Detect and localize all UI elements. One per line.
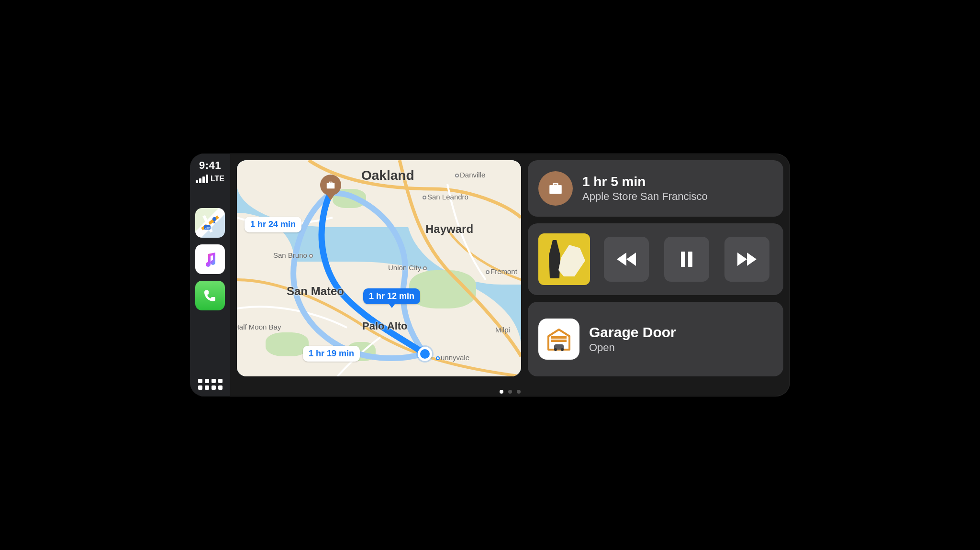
svg-point-3 (212, 217, 216, 221)
home-accessory-card[interactable]: Garage Door Open (528, 302, 783, 376)
phone-icon (200, 286, 220, 306)
svg-point-8 (554, 348, 557, 351)
dashboard-main: Oakland Hayward San Mateo Palo Alto Danv… (230, 154, 790, 396)
page-dot[interactable] (517, 390, 521, 394)
destination-eta: 1 hr 5 min (582, 174, 708, 189)
status-network: LTE (196, 175, 224, 183)
network-label: LTE (211, 175, 224, 183)
destination-card[interactable]: 1 hr 5 min Apple Store San Francisco (528, 160, 783, 217)
pause-button[interactable] (664, 237, 709, 282)
widgets-column: 1 hr 5 min Apple Store San Francisco (528, 160, 783, 393)
page-indicator[interactable] (230, 390, 790, 394)
signal-bars-icon (196, 175, 208, 183)
rewind-icon (615, 248, 638, 271)
accessory-state: Open (589, 341, 676, 354)
svg-rect-5 (688, 252, 692, 267)
page-dot[interactable] (508, 390, 512, 394)
app-grid-icon (198, 379, 223, 390)
page-dot[interactable] (500, 390, 503, 394)
map-roads (237, 160, 521, 376)
route-time-pill[interactable]: 1 hr 19 min (303, 346, 360, 362)
app-grid-button[interactable] (190, 379, 230, 390)
forward-icon (735, 248, 758, 271)
briefcase-icon (538, 171, 573, 206)
destination-name: Apple Store San Francisco (582, 190, 708, 203)
svg-rect-6 (551, 336, 567, 339)
forward-button[interactable] (724, 237, 769, 282)
briefcase-icon (325, 180, 336, 190)
maps-app-icon[interactable]: 280 (195, 208, 225, 238)
garage-icon (538, 319, 579, 360)
route-time-pill[interactable]: 1 hr 24 min (245, 217, 301, 232)
current-location-dot (418, 347, 432, 361)
svg-point-9 (561, 348, 564, 351)
music-icon (200, 249, 220, 269)
album-art[interactable] (538, 233, 590, 285)
now-playing-card (528, 223, 783, 295)
status-time: 9:41 (199, 159, 221, 172)
svg-text:280: 280 (205, 226, 210, 229)
maps-icon: 280 (200, 213, 220, 233)
map-widget[interactable]: Oakland Hayward San Mateo Palo Alto Danv… (237, 160, 521, 376)
sidebar: 9:41 LTE 280 (190, 154, 230, 396)
music-app-icon[interactable] (195, 244, 225, 274)
svg-rect-4 (681, 252, 685, 267)
pause-icon (675, 248, 698, 271)
accessory-name: Garage Door (589, 324, 676, 341)
phone-app-icon[interactable] (195, 281, 225, 310)
svg-rect-7 (551, 340, 567, 342)
carplay-dashboard: 9:41 LTE 280 (190, 154, 790, 396)
rewind-button[interactable] (604, 237, 649, 282)
route-time-pill-selected[interactable]: 1 hr 12 min (363, 288, 420, 304)
destination-pin[interactable] (320, 175, 341, 200)
